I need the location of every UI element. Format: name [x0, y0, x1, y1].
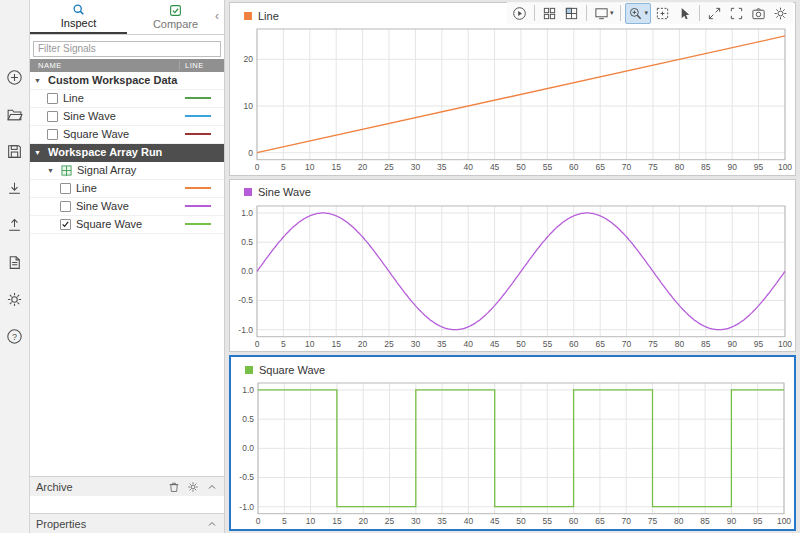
help-icon[interactable]: ?	[4, 325, 26, 347]
preferences-icon[interactable]	[4, 288, 26, 310]
signal-array-row[interactable]: ▼Signal Array	[30, 162, 224, 180]
svg-text:35: 35	[437, 162, 447, 172]
svg-text:30: 30	[411, 162, 421, 172]
sine-wave-chart[interactable]: 0510152025303540455055606570758085909510…	[230, 201, 795, 352]
app-toolstrip: ?	[0, 0, 30, 533]
svg-text:10: 10	[305, 162, 315, 172]
svg-text:80: 80	[675, 162, 685, 172]
add-icon[interactable]	[4, 66, 26, 88]
table-column-header: NAME LINE	[30, 59, 224, 72]
properties-bar[interactable]: Properties	[30, 513, 224, 533]
svg-text:85: 85	[701, 162, 711, 172]
svg-text:5: 5	[282, 516, 287, 526]
signal-row[interactable]: Square Wave	[30, 216, 224, 234]
sine-wave-plot-panel[interactable]: Sine Wave 051015202530354045505560657075…	[229, 179, 796, 353]
filter-signals-input[interactable]	[33, 41, 221, 57]
svg-text:85: 85	[701, 338, 711, 348]
archive-collapse-icon[interactable]	[206, 481, 218, 493]
svg-text:60: 60	[569, 162, 579, 172]
svg-text:80: 80	[674, 516, 684, 526]
svg-text:45: 45	[490, 162, 500, 172]
svg-text:-1.0: -1.0	[238, 324, 253, 334]
sidebar-tabbar: Inspect Compare ‹	[30, 0, 224, 35]
svg-text:0: 0	[248, 148, 253, 158]
export-icon[interactable]	[4, 214, 26, 236]
svg-text:0: 0	[256, 516, 261, 526]
zoom-in-button[interactable]: ▾	[625, 3, 651, 24]
row-label: Signal Array	[77, 164, 136, 176]
svg-text:60: 60	[569, 516, 579, 526]
save-icon[interactable]	[4, 140, 26, 162]
row-label: Custom Workspace Data Run	[48, 74, 180, 86]
settings-gear-button[interactable]	[770, 3, 791, 24]
expander-icon[interactable]: ▼	[34, 77, 43, 84]
zoom-in-icon	[628, 6, 643, 21]
archive-bar[interactable]: Archive	[30, 476, 224, 496]
expand-arrows-button[interactable]	[704, 3, 725, 24]
svg-text:45: 45	[490, 516, 500, 526]
signal-array-icon	[61, 165, 72, 176]
svg-text:20: 20	[358, 516, 368, 526]
open-icon[interactable]	[4, 103, 26, 125]
svg-text:95: 95	[753, 516, 763, 526]
signal-row[interactable]: Sine Wave	[30, 108, 224, 126]
svg-text:35: 35	[437, 516, 447, 526]
svg-text:85: 85	[700, 516, 710, 526]
svg-text:65: 65	[595, 338, 605, 348]
fullscreen-button[interactable]	[726, 3, 747, 24]
svg-text:25: 25	[385, 516, 395, 526]
plot-legend: Square Wave	[231, 357, 794, 378]
signal-checkbox[interactable]	[47, 111, 58, 122]
signal-row[interactable]: Square Wave	[30, 126, 224, 144]
properties-expand-icon[interactable]	[206, 518, 218, 530]
pointer-button[interactable]	[674, 3, 695, 24]
legend-label: Sine Wave	[258, 186, 311, 198]
create-report-icon[interactable]	[4, 251, 26, 273]
row-label: Sine Wave	[63, 110, 116, 122]
square-wave-chart[interactable]: 0510152025303540455055606570758085909510…	[231, 378, 794, 529]
square-wave-plot-panel[interactable]: Square Wave 0510152025303540455055606570…	[229, 355, 796, 531]
svg-text:60: 60	[569, 338, 579, 348]
legend-swatch	[244, 188, 252, 196]
expander-icon[interactable]: ▼	[34, 149, 43, 156]
line-chart[interactable]: 0510152025303540455055606570758085909510…	[230, 24, 795, 175]
signal-checkbox[interactable]	[47, 129, 58, 140]
signal-row[interactable]: Sine Wave	[30, 198, 224, 216]
svg-text:15: 15	[331, 338, 341, 348]
svg-text:0.5: 0.5	[241, 237, 253, 247]
layout-edit-icon	[564, 6, 579, 21]
signal-checkbox[interactable]	[47, 93, 58, 104]
svg-text:15: 15	[331, 162, 341, 172]
signal-row[interactable]: Line	[30, 180, 224, 198]
expander-icon[interactable]: ▼	[47, 167, 56, 174]
run-button[interactable]	[509, 3, 530, 24]
svg-text:100: 100	[778, 162, 792, 172]
svg-text:0.0: 0.0	[242, 444, 254, 454]
archive-settings-gear-icon[interactable]	[187, 481, 199, 493]
tab-compare[interactable]: Compare	[127, 0, 224, 34]
display-settings-button[interactable]: ▾	[591, 3, 617, 24]
run-icon	[512, 6, 527, 21]
svg-text:70: 70	[622, 338, 632, 348]
trash-icon[interactable]	[168, 481, 180, 493]
collapse-sidebar-button[interactable]: ‹	[211, 9, 223, 23]
layout-grid-button[interactable]	[539, 3, 560, 24]
fit-to-view-button[interactable]	[652, 3, 673, 24]
svg-text:20: 20	[244, 54, 254, 64]
dropdown-caret-icon: ▾	[644, 9, 648, 17]
run-row[interactable]: ▼Custom Workspace Data Run	[30, 72, 224, 90]
snapshot-camera-button[interactable]	[748, 3, 769, 24]
svg-text:0: 0	[255, 338, 260, 348]
signal-checkbox[interactable]	[60, 183, 71, 194]
layout-edit-button[interactable]	[561, 3, 582, 24]
signal-row[interactable]: Line	[30, 90, 224, 108]
svg-text:100: 100	[778, 338, 792, 348]
run-row[interactable]: ▼Workspace Array Run	[30, 144, 224, 162]
svg-text:10: 10	[244, 101, 254, 111]
signal-checkbox[interactable]	[60, 219, 71, 230]
signal-checkbox[interactable]	[60, 201, 71, 212]
tab-inspect[interactable]: Inspect	[30, 0, 127, 34]
import-icon[interactable]	[4, 177, 26, 199]
line-plot-panel[interactable]: Line 05101520253035404550556065707580859…	[229, 2, 796, 176]
svg-text:10: 10	[306, 516, 316, 526]
